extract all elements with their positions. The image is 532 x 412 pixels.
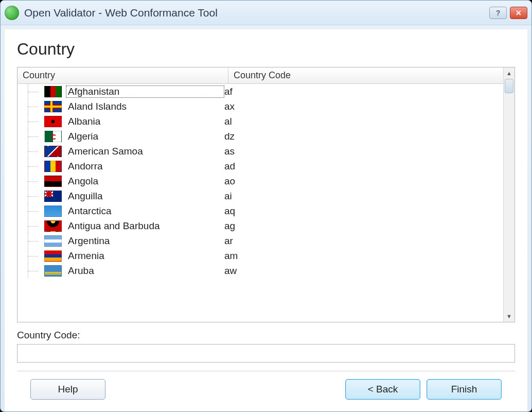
flag-icon [44, 235, 62, 247]
country-name: Albania [66, 115, 224, 128]
country-name: Armenia [66, 250, 224, 262]
country-code: ag [224, 220, 503, 232]
table-row[interactable]: American Samoaas [17, 144, 503, 159]
country-code: as [224, 146, 503, 157]
country-name: Aland Islands [66, 100, 224, 113]
country-name: Antarctica [66, 205, 224, 217]
table-header: Country Country Code [17, 67, 503, 84]
flag-icon [44, 205, 62, 217]
country-code: ao [224, 176, 503, 187]
flag-icon [44, 131, 62, 142]
flag-icon [44, 191, 62, 202]
country-name: Antigua and Barbuda [66, 220, 224, 232]
country-code: dz [224, 131, 503, 142]
back-button[interactable]: < Back [345, 379, 420, 400]
flag-icon [44, 220, 62, 232]
country-code-input[interactable] [17, 344, 515, 363]
table-row[interactable]: Antigua and Barbudaag [17, 218, 503, 233]
country-code: al [224, 116, 503, 127]
flag-icon [44, 86, 62, 97]
page-heading: Country [17, 40, 515, 59]
column-header-code[interactable]: Country Code [228, 67, 503, 83]
table-row[interactable]: Armeniaam [17, 248, 503, 263]
dialog-window: Open Validator - Web Conformance Tool ? … [0, 0, 532, 412]
country-code: aq [224, 205, 503, 217]
table-row[interactable]: Antarcticaaq [17, 203, 503, 218]
country-table: Country Country Code AfghanistanafAland … [17, 67, 515, 322]
table-body: AfghanistanafAland IslandsaxAlbaniaalAlg… [17, 84, 503, 322]
country-name: Algeria [66, 130, 224, 143]
app-icon [5, 6, 19, 20]
country-code: af [224, 86, 503, 97]
table-row[interactable]: Anguillaai [17, 188, 503, 203]
help-button[interactable]: Help [30, 379, 105, 400]
content-area: Country Country Country Code Afghanistan… [5, 29, 527, 411]
scrollbar[interactable]: ▲ ▼ [503, 67, 515, 322]
close-button[interactable]: ✕ [510, 7, 527, 19]
flag-icon [44, 265, 62, 277]
finish-button[interactable]: Finish [427, 379, 502, 400]
country-name: Andorra [66, 160, 224, 173]
country-name: Afghanistan [66, 85, 224, 98]
country-name: Angola [66, 175, 224, 187]
table-row[interactable]: Argentinaar [17, 233, 503, 248]
country-name: Argentina [66, 235, 224, 247]
country-code: ar [224, 235, 503, 247]
scroll-thumb[interactable] [505, 79, 513, 93]
flag-icon [44, 101, 62, 112]
titlebar: Open Validator - Web Conformance Tool ? … [1, 1, 531, 25]
country-code: ai [224, 191, 503, 202]
table-row[interactable]: Albaniaal [17, 114, 503, 129]
country-code: am [224, 250, 503, 262]
scroll-up-icon[interactable]: ▲ [504, 67, 515, 79]
country-name: Anguilla [66, 190, 224, 202]
table-row[interactable]: Angolaao [17, 174, 503, 188]
column-header-country[interactable]: Country [17, 67, 228, 83]
help-titlebar-button[interactable]: ? [489, 7, 507, 19]
table-row[interactable]: Afghanistanaf [17, 84, 503, 99]
scroll-track[interactable] [504, 79, 515, 311]
flag-icon [44, 146, 62, 157]
table-area: Country Country Code AfghanistanafAland … [17, 67, 503, 322]
table-row[interactable]: Arubaaw [17, 263, 503, 278]
country-code: ax [224, 101, 503, 112]
table-row[interactable]: Andorraad [17, 159, 503, 174]
titlebar-buttons: ? ✕ [489, 7, 527, 19]
country-code: aw [224, 265, 503, 277]
footer-buttons: Help < Back Finish [17, 371, 515, 407]
country-code-label: Country Code: [17, 330, 515, 341]
country-name: American Samoa [66, 145, 224, 158]
country-code: ad [224, 161, 503, 172]
flag-icon [44, 250, 62, 262]
window-title: Open Validator - Web Conformance Tool [24, 7, 489, 19]
table-row[interactable]: Aland Islandsax [17, 99, 503, 114]
table-row[interactable]: Algeriadz [17, 129, 503, 144]
flag-icon [44, 116, 62, 127]
scroll-down-icon[interactable]: ▼ [504, 311, 515, 322]
country-name: Aruba [66, 265, 224, 277]
flag-icon [44, 176, 62, 187]
flag-icon [44, 161, 62, 172]
